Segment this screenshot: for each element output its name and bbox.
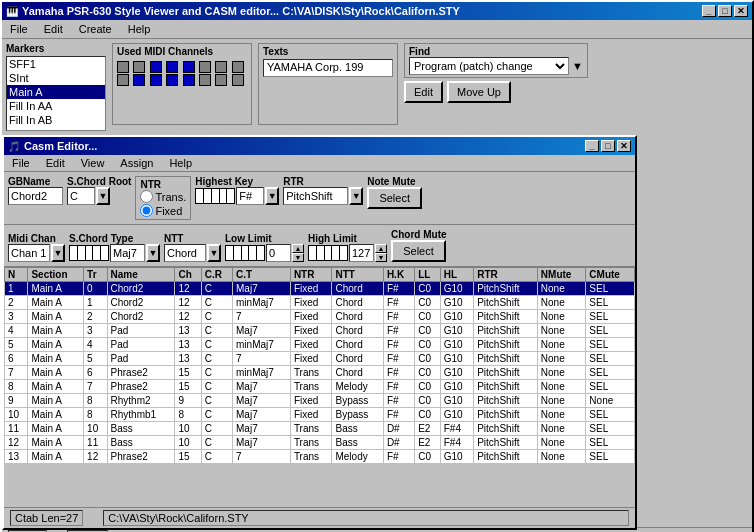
menu-help[interactable]: Help xyxy=(124,22,155,36)
outer-menu-bar: File Edit Create Help xyxy=(2,20,752,39)
table-row[interactable]: 7Main A6Phrase215CminMaj7TransChordF#C0G… xyxy=(5,366,635,380)
low-limit-input[interactable] xyxy=(266,244,291,262)
cell-ntr: Fixed xyxy=(290,310,332,324)
table-row[interactable]: 12Main A11Bass10CMaj7TransBassD#E2F#4Pit… xyxy=(5,436,635,450)
cell-tr: 4 xyxy=(84,338,107,352)
table-row[interactable]: 3Main A2Chord212C7FixedChordF#C0G10Pitch… xyxy=(5,310,635,324)
cell-ll: C0 xyxy=(415,324,441,338)
cell-cmute: SEL xyxy=(586,380,635,394)
table-row[interactable]: 2Main A1Chord212CminMaj7FixedChordF#C0G1… xyxy=(5,296,635,310)
cell-ch: 12 xyxy=(175,310,201,324)
casm-menu-help[interactable]: Help xyxy=(165,156,196,170)
table-row[interactable]: 13Main A12Phrase215C7TransMelodyF#C0G10P… xyxy=(5,450,635,464)
cell-hk: D# xyxy=(383,422,414,436)
cell-rtr: PitchShift xyxy=(474,352,538,366)
menu-edit[interactable]: Edit xyxy=(40,22,67,36)
cell-nmute: None xyxy=(537,380,586,394)
minimize-button[interactable]: _ xyxy=(702,5,716,17)
ntt-dropdown[interactable]: ▼ xyxy=(207,244,221,262)
schord-type-dropdown[interactable]: ▼ xyxy=(146,244,160,262)
find-select[interactable]: Program (patch) change Control change No… xyxy=(409,57,569,75)
marker-sint[interactable]: SInt xyxy=(7,71,105,85)
cell-ch: 12 xyxy=(175,282,201,296)
table-row[interactable]: 6Main A5Pad13C7FixedChordF#C0G10PitchShi… xyxy=(5,352,635,366)
table-row[interactable]: 9Main A8Rhythm29CMaj7FixedBypassF#C0G10P… xyxy=(5,394,635,408)
highest-key-input[interactable] xyxy=(236,187,264,205)
cell-ch: 12 xyxy=(175,296,201,310)
cell-ntt: Chord xyxy=(332,338,383,352)
ntr-fixed-radio[interactable]: Fixed xyxy=(140,204,186,217)
casm-table-container[interactable]: N Section Tr Name Ch C.R C.T NTR NTT H.K… xyxy=(4,267,635,507)
cell-ch: 10 xyxy=(175,436,201,450)
cell-tr: 12 xyxy=(84,450,107,464)
cell-ll: C0 xyxy=(415,366,441,380)
gbname-input[interactable] xyxy=(8,187,63,205)
casm-maximize-button[interactable]: □ xyxy=(601,140,615,152)
cell-cr: C xyxy=(201,394,232,408)
cell-rtr: PitchShift xyxy=(474,422,538,436)
schord-type-input[interactable] xyxy=(110,244,145,262)
schord-root-input[interactable] xyxy=(67,187,95,205)
high-limit-up[interactable]: ▲ xyxy=(375,244,387,253)
ntr-trans-radio[interactable]: Trans. xyxy=(140,190,186,203)
table-row[interactable]: 10Main A8Rhythmb18CMaj7FixedBypassF#C0G1… xyxy=(5,408,635,422)
cell-rtr: PitchShift xyxy=(474,310,538,324)
menu-file[interactable]: File xyxy=(6,22,32,36)
high-limit-label: High Limit xyxy=(308,233,387,244)
cell-hk: F# xyxy=(383,282,414,296)
moveup-button[interactable]: Move Up xyxy=(447,81,511,103)
cell-nmute: None xyxy=(537,352,586,366)
cell-cmute: SEL xyxy=(586,310,635,324)
note-mute-label: Note Mute xyxy=(367,176,422,187)
chord-mute-select-button[interactable]: Select xyxy=(391,240,446,262)
low-limit-up[interactable]: ▲ xyxy=(292,244,304,253)
casm-menu-assign[interactable]: Assign xyxy=(116,156,157,170)
th-cmute: CMute xyxy=(586,268,635,282)
cell-n: 3 xyxy=(5,310,28,324)
maximize-button[interactable]: □ xyxy=(718,5,732,17)
casm-menu-file[interactable]: File xyxy=(8,156,34,170)
high-limit-down[interactable]: ▼ xyxy=(375,253,387,262)
midi-chan-dropdown[interactable]: ▼ xyxy=(51,244,65,262)
cell-cr: C xyxy=(201,324,232,338)
table-row[interactable]: 11Main A10Bass10CMaj7TransBassD#E2F#4Pit… xyxy=(5,422,635,436)
cell-hl: G10 xyxy=(440,282,473,296)
table-row[interactable]: 5Main A4Pad13CminMaj7FixedChordF#C0G10Pi… xyxy=(5,338,635,352)
rtr-label: RTR xyxy=(283,176,363,187)
midi-chan-input[interactable] xyxy=(8,244,50,262)
rtr-dropdown[interactable]: ▼ xyxy=(349,187,363,205)
cell-ll: C0 xyxy=(415,338,441,352)
markers-list[interactable]: SFF1 SInt Main A Fill In AA Fill In AB xyxy=(6,56,106,131)
cell-hk: F# xyxy=(383,338,414,352)
cell-n: 1 xyxy=(5,282,28,296)
cell-ll: C0 xyxy=(415,352,441,366)
menu-create[interactable]: Create xyxy=(75,22,116,36)
cell-cr: C xyxy=(201,450,232,464)
table-row[interactable]: 1Main A0Chord212CMaj7FixedChordF#C0G10Pi… xyxy=(5,282,635,296)
outer-window-title: Yamaha PSR-630 Style Viewer and CASM edi… xyxy=(22,5,460,17)
rtr-input[interactable] xyxy=(283,187,348,205)
cell-ll: C0 xyxy=(415,394,441,408)
highest-key-dropdown[interactable]: ▼ xyxy=(265,187,279,205)
table-row[interactable]: 4Main A3Pad13CMaj7FixedChordF#C0G10Pitch… xyxy=(5,324,635,338)
close-button[interactable]: ✕ xyxy=(734,5,748,17)
ntt-input[interactable] xyxy=(164,244,206,262)
cell-cmute: SEL xyxy=(586,366,635,380)
marker-maina[interactable]: Main A xyxy=(7,85,105,99)
cell-ct: Maj7 xyxy=(233,422,291,436)
casm-menu-edit[interactable]: Edit xyxy=(42,156,69,170)
casm-minimize-button[interactable]: _ xyxy=(585,140,599,152)
marker-sff1[interactable]: SFF1 xyxy=(7,57,105,71)
marker-fillInAA[interactable]: Fill In AA xyxy=(7,99,105,113)
marker-fillInAB[interactable]: Fill In AB xyxy=(7,113,105,127)
cell-hk: F# xyxy=(383,324,414,338)
cell-ch: 13 xyxy=(175,352,201,366)
casm-close-button[interactable]: ✕ xyxy=(617,140,631,152)
edit-button[interactable]: Edit xyxy=(404,81,443,103)
high-limit-input[interactable] xyxy=(349,244,374,262)
note-mute-select-button[interactable]: Select xyxy=(367,187,422,209)
low-limit-down[interactable]: ▼ xyxy=(292,253,304,262)
casm-menu-view[interactable]: View xyxy=(77,156,109,170)
schord-root-dropdown[interactable]: ▼ xyxy=(96,187,110,205)
table-row[interactable]: 8Main A7Phrase215CMaj7TransMelodyF#C0G10… xyxy=(5,380,635,394)
